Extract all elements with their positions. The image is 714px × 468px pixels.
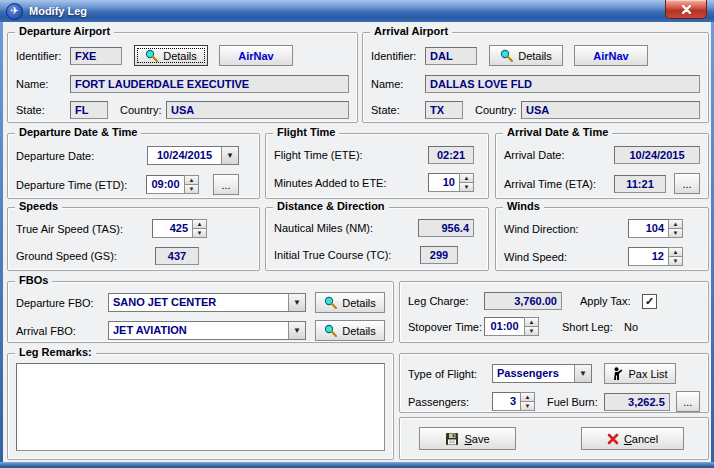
spinner-buttons[interactable]: ▲ ▼: [192, 219, 207, 238]
stopover-time-spinner[interactable]: 01:00 ▲ ▼: [484, 317, 539, 336]
short-leg-label: Short Leg:: [562, 321, 620, 333]
minutes-added-value[interactable]: 10: [428, 173, 459, 192]
country-label: Country:: [475, 104, 521, 116]
close-icon: [682, 5, 691, 14]
dropdown-glyph: ▼: [293, 298, 301, 307]
arrival-identifier-field[interactable]: DAL: [425, 47, 477, 65]
fuel-burn-label: Fuel Burn:: [547, 396, 598, 408]
spin-up-icon: ▲: [525, 318, 538, 326]
wind-speed-value[interactable]: 12: [628, 247, 668, 266]
ete-label: Flight Time (ETE):: [274, 149, 363, 161]
minutes-added-spinner[interactable]: 10 ▲ ▼: [428, 173, 474, 192]
group-title: Distance & Direction: [273, 200, 389, 212]
departure-airport-group: Departure Airport Identifier: FXE Detail…: [7, 32, 358, 123]
arrival-fbo-label: Arrival FBO:: [16, 325, 108, 337]
magnifier-icon: [324, 296, 337, 309]
apply-tax-label: Apply Tax:: [580, 295, 638, 307]
arrival-time-more-button[interactable]: ...: [674, 173, 700, 194]
arrival-name-field: DALLAS LOVE FLD: [425, 75, 700, 93]
wind-direction-value[interactable]: 104: [628, 219, 668, 238]
departure-details-button[interactable]: Details: [134, 45, 208, 66]
spin-down-icon: ▼: [669, 228, 682, 237]
apply-tax-checkbox[interactable]: ✓: [642, 294, 657, 309]
state-label: State:: [371, 104, 425, 116]
arrival-airnav-button[interactable]: AirNav: [574, 45, 648, 66]
spin-up-icon: ▲: [460, 174, 473, 182]
airnav-button-label: AirNav: [593, 50, 628, 62]
group-title: Departure Airport: [15, 25, 114, 37]
spin-up-icon: ▲: [185, 176, 198, 184]
dropdown-glyph: ▼: [226, 151, 234, 160]
stopover-time-label: Stopover Time:: [408, 321, 484, 333]
dropdown-icon[interactable]: ▼: [574, 365, 591, 382]
pax-list-button[interactable]: Pax List: [604, 363, 676, 384]
departure-time-spinner[interactable]: 09:00 ▲ ▼: [146, 175, 199, 194]
person-icon: [612, 367, 623, 380]
stopover-time-value[interactable]: 01:00: [484, 317, 524, 336]
arrival-fbo-combo[interactable]: JET AVIATION ▼: [108, 321, 306, 340]
arrival-state-field: TX: [425, 101, 463, 119]
departure-date-combo[interactable]: 10/24/2015 ▼: [147, 146, 239, 165]
window-border-left: [0, 22, 3, 462]
airplane-app-icon: ✈: [6, 3, 23, 20]
leg-charge-field: 3,760.00: [484, 292, 562, 310]
spinner-buttons[interactable]: ▲ ▼: [524, 317, 539, 336]
arrival-fbo-details-button[interactable]: Details: [315, 320, 385, 341]
departure-name-field: FORT LAUDERDALE EXECUTIVE: [70, 75, 349, 93]
spin-up-icon: ▲: [669, 248, 682, 256]
spinner-buttons[interactable]: ▲ ▼: [184, 175, 199, 194]
departure-date-label: Departure Date:: [16, 150, 94, 162]
passengers-value[interactable]: 3: [492, 392, 520, 411]
departure-time-value[interactable]: 09:00: [146, 175, 184, 194]
departure-airnav-button[interactable]: AirNav: [219, 45, 293, 66]
check-icon: ✓: [645, 295, 654, 308]
dropdown-icon[interactable]: ▼: [288, 322, 305, 339]
spinner-buttons[interactable]: ▲ ▼: [520, 392, 535, 411]
departure-datetime-group: Departure Date & Time Departure Date: 10…: [7, 133, 260, 199]
close-button[interactable]: [665, 0, 707, 19]
save-button-label: Save: [464, 433, 489, 445]
spin-down-icon: ▼: [521, 401, 534, 410]
departure-country-field: USA: [166, 101, 349, 119]
wind-speed-spinner[interactable]: 12 ▲ ▼: [628, 247, 683, 266]
ellipsis-label: ...: [221, 179, 230, 191]
fuel-burn-more-button[interactable]: ...: [676, 391, 700, 412]
spin-down-icon: ▼: [669, 256, 682, 265]
save-button[interactable]: Save: [419, 427, 516, 450]
arrival-details-button[interactable]: Details: [489, 45, 563, 66]
departure-fbo-details-button[interactable]: Details: [315, 292, 385, 313]
type-of-flight-combo[interactable]: Passengers ▼: [492, 364, 592, 383]
wind-direction-label: Wind Direction:: [504, 223, 579, 235]
tc-field: 299: [420, 246, 458, 264]
departure-identifier-field[interactable]: FXE: [70, 47, 122, 65]
gs-field: 437: [155, 247, 199, 265]
tas-spinner[interactable]: 425 ▲ ▼: [152, 219, 207, 238]
passengers-spinner[interactable]: 3 ▲ ▼: [492, 392, 535, 411]
departure-fbo-combo[interactable]: SANO JET CENTER ▼: [108, 293, 306, 312]
spin-down-icon: ▼: [460, 182, 473, 191]
spin-up-icon: ▲: [521, 393, 534, 401]
wind-direction-spinner[interactable]: 104 ▲ ▼: [628, 219, 683, 238]
leg-remarks-input[interactable]: [16, 363, 385, 451]
arrival-fbo-value: JET AVIATION: [109, 322, 288, 339]
tas-value[interactable]: 425: [152, 219, 192, 238]
window-border-bottom: [0, 462, 714, 468]
spinner-buttons[interactable]: ▲ ▼: [459, 173, 474, 192]
departure-fbo-value: SANO JET CENTER: [109, 294, 288, 311]
arrival-datetime-group: Arrival Date & Time Arrival Date: 10/24/…: [495, 133, 709, 199]
arrival-time-field: 11:21: [614, 175, 666, 193]
nm-field: 956.4: [418, 219, 474, 237]
pax-list-label: Pax List: [628, 368, 667, 380]
departure-time-more-button[interactable]: ...: [213, 174, 239, 195]
spinner-buttons[interactable]: ▲ ▼: [668, 219, 683, 238]
tc-label: Initial True Course (TC):: [274, 249, 391, 261]
titlebar[interactable]: ✈ Modify Leg: [0, 0, 714, 22]
spin-down-icon: ▼: [185, 184, 198, 193]
spinner-buttons[interactable]: ▲ ▼: [668, 247, 683, 266]
dropdown-icon[interactable]: ▼: [288, 294, 305, 311]
departure-fbo-label: Departure FBO:: [16, 297, 108, 309]
dropdown-icon[interactable]: ▼: [221, 147, 238, 164]
cancel-button[interactable]: Cancel: [581, 427, 684, 450]
flight-type-group: Type of Flight: Passengers ▼ Pax List Pa…: [399, 353, 709, 413]
spin-up-icon: ▲: [669, 220, 682, 228]
